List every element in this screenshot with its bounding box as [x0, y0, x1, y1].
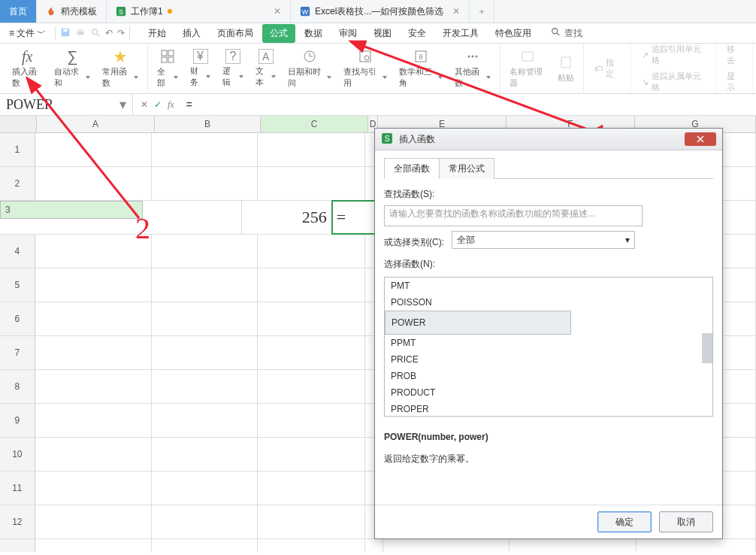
ribbon-tab-insert[interactable]: 插入	[175, 24, 208, 43]
ribbon-tab-formula[interactable]: 公式	[262, 24, 295, 43]
formula-input[interactable]: =	[182, 99, 197, 111]
cell-A2[interactable]	[35, 167, 153, 200]
cell-C7[interactable]	[258, 336, 365, 369]
cell-B11[interactable]	[152, 472, 258, 505]
name-box[interactable]: POWER ▾	[0, 94, 133, 115]
cell-B4[interactable]	[152, 235, 258, 268]
cell-A5[interactable]	[35, 268, 153, 302]
cell-C8[interactable]	[258, 370, 365, 403]
cell-C2[interactable]	[258, 167, 365, 200]
ribbon-tab-review[interactable]: 审阅	[331, 24, 364, 43]
cell-E13[interactable]	[383, 539, 510, 552]
cell-A8[interactable]	[35, 370, 153, 403]
cell-B10[interactable]	[152, 438, 258, 471]
tab-all-functions[interactable]: 全部函数	[384, 158, 440, 179]
undo-icon[interactable]: ↶	[105, 28, 113, 38]
show-formulas-button[interactable]: 显示	[722, 69, 746, 95]
cell-C10[interactable]	[258, 438, 365, 471]
cancel-icon[interactable]: ✕	[141, 99, 148, 110]
tab-home[interactable]: 首页	[0, 0, 37, 23]
tab-excel-tips[interactable]: W Excel表格技...—如何按颜色筛选 ✕	[291, 0, 470, 23]
all-func-button[interactable]: 全部	[151, 45, 184, 92]
function-item[interactable]: PRICE	[385, 351, 712, 368]
ribbon-tab-dev[interactable]: 开发工具	[435, 24, 486, 43]
function-item[interactable]: PRODUCT	[385, 384, 712, 401]
row-header[interactable]: 9	[0, 404, 35, 437]
logic-func-button[interactable]: ?逻辑	[216, 46, 249, 91]
file-menu[interactable]: ≡ 文件 ﹀	[5, 27, 50, 40]
close-icon[interactable]: ✕	[274, 6, 281, 17]
common-func-button[interactable]: 常用函数	[96, 45, 144, 92]
row-header[interactable]: 5	[0, 268, 35, 302]
cell-A9[interactable]	[35, 404, 153, 437]
cell-C6[interactable]	[258, 302, 365, 335]
select-all-corner[interactable]	[0, 116, 37, 132]
cell-D13[interactable]	[365, 539, 383, 552]
cell-A12[interactable]	[35, 505, 153, 538]
tab-common-formulas[interactable]: 常用公式	[439, 158, 494, 179]
paste-name-button[interactable]: 粘贴	[552, 51, 580, 86]
cancel-button[interactable]: 取消	[659, 511, 713, 532]
column-header-A[interactable]: A	[37, 116, 155, 132]
function-item[interactable]: POISSON	[385, 294, 712, 311]
ok-button[interactable]: 确定	[597, 511, 652, 532]
row-header[interactable]: 12	[0, 505, 35, 538]
cell-G13[interactable]	[637, 539, 756, 552]
function-listbox[interactable]: PMTPOISSONPOWERPPMTPRICEPROBPRODUCTPROPE…	[384, 277, 713, 417]
cell-B3[interactable]: 256	[242, 201, 332, 234]
redo-icon[interactable]: ↷	[117, 28, 125, 38]
text-func-button[interactable]: A文本	[249, 46, 283, 91]
cell-C9[interactable]	[258, 404, 365, 437]
math-func-button[interactable]: θ数学和三角	[393, 45, 449, 92]
lookup-func-button[interactable]: 查找与引用	[337, 45, 393, 92]
cell-A1[interactable]	[35, 133, 153, 166]
ribbon-tab-data[interactable]: 数据	[297, 24, 330, 43]
cell-B9[interactable]	[152, 404, 258, 437]
dialog-titlebar[interactable]: S 插入函数	[375, 129, 722, 150]
cell-C4[interactable]	[258, 235, 365, 268]
row-header[interactable]: 10	[0, 438, 35, 471]
row-header[interactable]: 2	[0, 167, 35, 200]
cell-C1[interactable]	[258, 133, 365, 166]
cell-C13[interactable]	[258, 539, 365, 552]
ribbon-tab-security[interactable]: 安全	[401, 24, 434, 43]
ribbon-tab-special[interactable]: 特色应用	[488, 24, 539, 43]
chevron-down-icon[interactable]: ▾	[119, 96, 126, 113]
cell-B6[interactable]	[152, 302, 258, 335]
row-header[interactable]: 8	[0, 370, 35, 403]
close-icon[interactable]: ✕	[452, 6, 460, 17]
trace-dependents-button[interactable]: ↘追踪从属单元格	[637, 69, 709, 95]
category-select[interactable]: 全部 ▾	[452, 231, 635, 249]
ribbon-search[interactable]: 查找	[551, 27, 582, 40]
cell-A11[interactable]	[35, 472, 153, 505]
cell-A3[interactable]	[143, 201, 242, 234]
function-item[interactable]: PMT	[385, 278, 712, 294]
print-icon[interactable]	[75, 27, 86, 40]
cell-C11[interactable]	[258, 472, 365, 505]
cell-F13[interactable]	[510, 539, 636, 552]
function-item[interactable]: POWER	[385, 311, 571, 335]
define-name-button[interactable]: 🏷指定	[590, 56, 624, 81]
insert-function-button[interactable]: fx 插入函数	[6, 45, 48, 92]
tab-workbook[interactable]: S 工作簿1 ✕	[107, 0, 291, 23]
ribbon-tab-view[interactable]: 视图	[366, 24, 399, 43]
row-header[interactable]: 1	[0, 133, 35, 166]
function-item[interactable]: PPMT	[385, 335, 712, 351]
cell-B7[interactable]	[152, 336, 258, 369]
remove-arrows-button[interactable]: 移去	[722, 42, 746, 68]
row-header[interactable]: 3	[0, 201, 143, 219]
column-header-C[interactable]: C	[261, 116, 368, 132]
cell-B2[interactable]	[152, 167, 258, 200]
datetime-func-button[interactable]: 日期和时间	[282, 45, 337, 92]
finance-func-button[interactable]: ¥财务	[184, 46, 217, 91]
row-header[interactable]: 11	[0, 472, 35, 505]
cell-B1[interactable]	[152, 133, 258, 166]
cell-A4[interactable]	[35, 235, 153, 268]
fx-icon[interactable]: fx	[168, 99, 174, 111]
ribbon-tab-layout[interactable]: 页面布局	[210, 24, 261, 43]
row-header[interactable]: 6	[0, 302, 35, 335]
row-header[interactable]: 7	[0, 336, 35, 369]
row-header[interactable]: 4	[0, 235, 35, 268]
cell-A13[interactable]	[35, 539, 153, 552]
row-header[interactable]: 13	[0, 539, 35, 552]
